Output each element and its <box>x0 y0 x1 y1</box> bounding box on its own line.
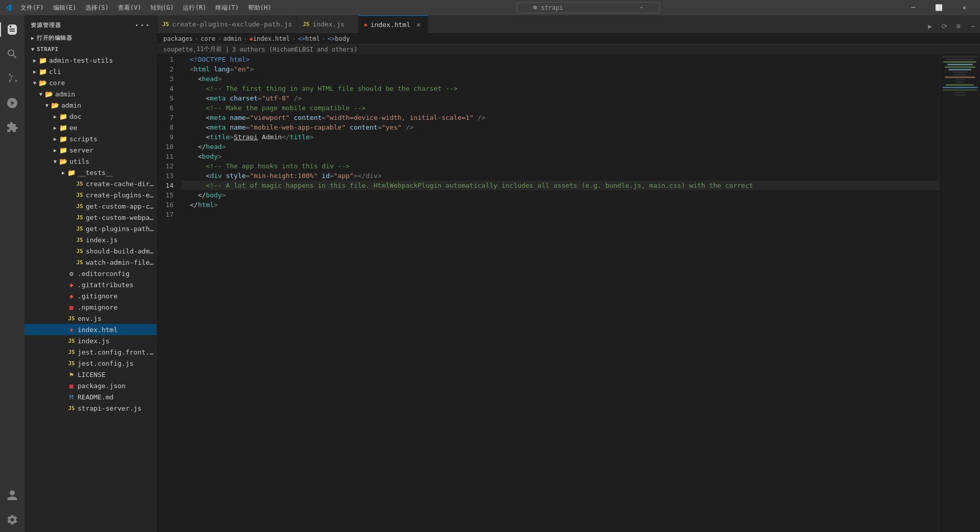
file-get-custom-webpack[interactable]: ▶ JS get-custom-webpack... <box>24 212 157 223</box>
tree-item-utils[interactable]: ▼ 📂 utils <box>24 156 157 167</box>
file-should-build-admin[interactable]: ▶ JS should-build-admin.js <box>24 245 157 257</box>
activity-run[interactable] <box>0 91 24 115</box>
menu-select[interactable]: 选择(S) <box>81 3 113 13</box>
code-token: <!-- The first thing in any HTML file sh… <box>190 84 457 93</box>
folder-open-icon: 📂 <box>39 79 47 87</box>
code-token: = <box>258 93 262 103</box>
file-index-js[interactable]: ▶ JS index.js <box>24 335 157 346</box>
menu-terminal[interactable]: 终端(T) <box>211 3 243 13</box>
code-token: = <box>230 64 234 74</box>
sidebar-more-button[interactable]: ··· <box>134 20 151 30</box>
tree-item-admin-l3[interactable]: ▼ 📂 admin <box>24 99 157 111</box>
code-token: meta <box>210 93 226 103</box>
code-token: = <box>378 122 382 132</box>
tab-create-plugins[interactable]: JS create-plugins-exclude-path.js <box>157 15 298 33</box>
code-line-16: </html> <box>182 200 939 210</box>
tree-item-scripts[interactable]: ▶ 📁 scripts <box>24 133 157 144</box>
code-token: <!-- Make the page mobile compatible --> <box>190 103 365 113</box>
code-line-6: <!-- Make the page mobile compatible --> <box>182 103 939 113</box>
tree-item-admin-test-utils[interactable]: ▶ 📁 admin-test-utils <box>24 55 157 66</box>
code-content[interactable]: <!DOCTYPE html> <html lang="en"> <head> … <box>182 55 939 532</box>
chevron-right-icon: ▶ <box>29 35 37 41</box>
file-strapi-server[interactable]: ▶ JS strapi-server.js <box>24 402 157 414</box>
tree-item-ee[interactable]: ▶ 📁 ee <box>24 122 157 133</box>
breadcrumb-html[interactable]: html <box>305 35 320 42</box>
close-button[interactable]: ✕ <box>952 0 976 15</box>
tree-item-cli[interactable]: ▶ 📁 cli <box>24 66 157 77</box>
tab-close-button[interactable]: ✕ <box>414 20 423 29</box>
activity-extensions[interactable] <box>0 115 24 140</box>
tab-index-js[interactable]: JS index.js <box>298 15 359 33</box>
file-gitignore[interactable]: ▶ ◆ .gitignore <box>24 290 157 301</box>
file-npmignore[interactable]: ▶ ■ .npmignore <box>24 301 157 313</box>
menu-help[interactable]: 帮助(H) <box>244 3 276 13</box>
search-icon <box>533 5 539 11</box>
run-code-button[interactable]: ▶ <box>923 19 937 33</box>
breadcrumb-html-tag[interactable]: <> <box>298 35 305 42</box>
file-watch-admin-files[interactable]: ▶ JS watch-admin-files.js <box>24 257 157 268</box>
code-token: "utf-8" <box>262 93 290 103</box>
file-create-cache-dir[interactable]: ▶ JS create-cache-dir.js <box>24 178 157 189</box>
menu-goto[interactable]: 转到(G) <box>146 3 178 13</box>
code-line-14: <!-- A lot of magic happens in this file… <box>182 181 939 190</box>
activity-settings[interactable] <box>0 508 24 532</box>
tree-item-server[interactable]: ▶ 📁 server <box>24 144 157 156</box>
breadcrumb-admin[interactable]: admin <box>223 35 241 42</box>
file-create-plugins-exclud[interactable]: ▶ JS create-plugins-exclud... <box>24 189 157 200</box>
code-token: < <box>190 64 194 74</box>
more-actions-button[interactable]: ⋯ <box>966 19 980 33</box>
breadcrumb-body[interactable]: body <box>335 35 350 42</box>
root-section[interactable]: ▼ STRAPI <box>24 43 157 55</box>
debug-button[interactable]: ⟳ <box>937 19 951 33</box>
activity-search[interactable] <box>0 42 24 66</box>
menu-view[interactable]: 查看(V) <box>114 3 145 13</box>
file-jest-config-front[interactable]: ▶ JS jest.config.front.js <box>24 346 157 358</box>
code-line-8: <meta name="mobile-web-app-capable" cont… <box>182 122 939 132</box>
activity-account[interactable] <box>0 483 24 508</box>
js-tab-icon: JS <box>162 21 169 28</box>
file-label: create-cache-dir.js <box>86 180 157 188</box>
minimize-button[interactable]: ─ <box>901 0 925 15</box>
file-index-html[interactable]: ▶ ◆ index.html <box>24 324 157 335</box>
file-license[interactable]: ▶ ⚑ LICENSE <box>24 369 157 380</box>
file-editorconfig[interactable]: ▶ ⚙ .editorconfig <box>24 268 157 279</box>
open-editors-section[interactable]: ▶ 打开的编辑器 <box>24 32 157 43</box>
file-package-json[interactable]: ▶ ■ package.json <box>24 380 157 391</box>
code-editor[interactable]: 1 2 3 4 5 6 7 8 9 10 11 12 13 14 15 16 1… <box>157 55 980 532</box>
code-token: > <box>310 132 314 142</box>
breadcrumb-core[interactable]: core <box>201 35 215 42</box>
titlebar: 文件(F) 编辑(E) 选择(S) 查看(V) 转到(G) 运行(R) 终端(T… <box>0 0 980 15</box>
breadcrumb-file[interactable]: index.html <box>253 35 290 42</box>
menu-run[interactable]: 运行(R) <box>179 3 210 13</box>
activity-source-control[interactable] <box>0 66 24 91</box>
file-readme[interactable]: ▶ M README.md <box>24 391 157 402</box>
maximize-button[interactable]: ⬜ <box>927 0 950 15</box>
menu-edit[interactable]: 编辑(E) <box>49 3 81 13</box>
file-get-plugins-path[interactable]: ▶ JS get-plugins-path.js <box>24 223 157 234</box>
breadcrumb-html-icon[interactable]: ◆ <box>250 35 253 42</box>
file-gitattributes[interactable]: ▶ ◆ .gitattributes <box>24 279 157 290</box>
file-label: strapi-server.js <box>78 404 141 412</box>
file-index-js-utils[interactable]: ▶ JS index.js <box>24 234 157 245</box>
menu-file[interactable]: 文件(F) <box>16 3 48 13</box>
tree-item-tests[interactable]: ▶ 📁 __tests__ <box>24 167 157 178</box>
file-get-custom-app-conf[interactable]: ▶ JS get-custom-app-conf... <box>24 200 157 212</box>
minimap[interactable] <box>939 55 980 532</box>
breadcrumb-packages[interactable]: packages <box>163 35 193 42</box>
code-token: /> <box>402 122 413 132</box>
search-bar[interactable]: strapi <box>517 2 660 13</box>
code-token: "app" <box>334 171 354 181</box>
tab-index-html[interactable]: ◆ index.html ✕ <box>359 15 428 33</box>
sidebar-content[interactable]: ▶ 打开的编辑器 ▼ STRAPI ▶ 📁 admin-test-utils ▶… <box>24 32 157 532</box>
breadcrumb-body-tag[interactable]: <> <box>328 35 335 42</box>
activity-explorer[interactable] <box>0 17 24 42</box>
tree-item-admin-l2[interactable]: ▼ 📂 admin <box>24 88 157 99</box>
split-editor-right-button[interactable]: ⊞ <box>951 19 966 33</box>
file-jest-config[interactable]: ▶ JS jest.config.js <box>24 358 157 369</box>
tree-item-doc[interactable]: ▶ 📁 doc <box>24 111 157 122</box>
license-file-icon: ⚑ <box>67 370 76 378</box>
code-token <box>226 93 230 103</box>
file-env-js[interactable]: ▶ JS env.js <box>24 313 157 324</box>
js-file-icon: JS <box>76 191 84 199</box>
tree-item-core[interactable]: ▼ 📂 core <box>24 77 157 88</box>
